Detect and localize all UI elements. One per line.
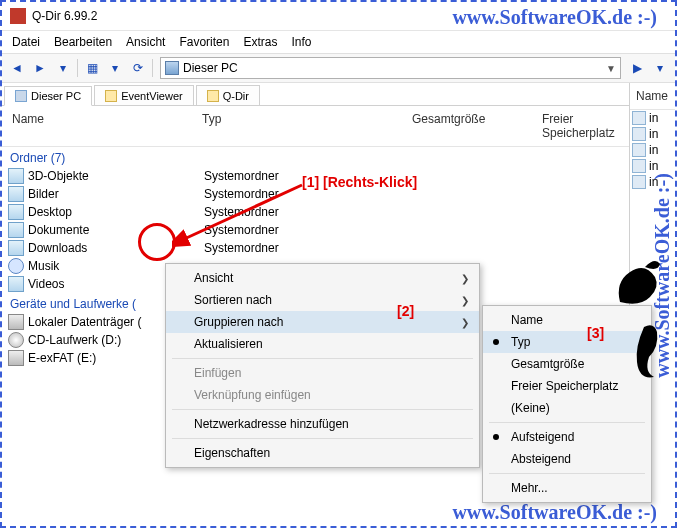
app-icon bbox=[10, 8, 26, 24]
ctx-gesamtgroesse[interactable]: Gesamtgröße bbox=[483, 353, 651, 375]
decorative-silhouette bbox=[629, 322, 669, 382]
ctx-keine[interactable]: (Keine) bbox=[483, 397, 651, 419]
file-icon bbox=[632, 159, 646, 173]
pc-icon bbox=[165, 61, 179, 75]
folder-icon bbox=[8, 186, 24, 202]
separator bbox=[489, 422, 645, 423]
item-label: in bbox=[649, 127, 658, 141]
ctx-label: Freier Speicherplatz bbox=[511, 379, 618, 393]
music-icon bbox=[8, 258, 24, 274]
ctx-sortieren[interactable]: Sortieren nach❯ bbox=[166, 289, 479, 311]
tab-eventviewer[interactable]: EventViewer bbox=[94, 85, 194, 105]
ctx-absteigend[interactable]: Absteigend bbox=[483, 448, 651, 470]
ctx-label: Verknüpfung einfügen bbox=[194, 388, 311, 402]
svg-line-0 bbox=[182, 185, 302, 240]
menubar: Datei Bearbeiten Ansicht Favoriten Extra… bbox=[2, 31, 675, 53]
address-dropdown-icon[interactable]: ▼ bbox=[606, 63, 616, 74]
tab-label: EventViewer bbox=[121, 90, 183, 102]
tab-label: Q-Dir bbox=[223, 90, 249, 102]
chevron-right-icon: ❯ bbox=[461, 295, 469, 306]
menu-extras[interactable]: Extras bbox=[243, 35, 277, 49]
ctx-label: Aktualisieren bbox=[194, 337, 263, 351]
ctx-einfuegen: Einfügen bbox=[166, 362, 479, 384]
menu-datei[interactable]: Datei bbox=[12, 35, 40, 49]
menu-bearbeiten[interactable]: Bearbeiten bbox=[54, 35, 112, 49]
list-item[interactable]: in bbox=[630, 126, 675, 142]
col-typ[interactable]: Typ bbox=[198, 110, 408, 142]
tab-strip: Dieser PC EventViewer Q-Dir bbox=[2, 83, 629, 106]
folder-icon bbox=[8, 276, 24, 292]
chevron-right-icon: ❯ bbox=[461, 317, 469, 328]
annotation-arrow bbox=[172, 180, 312, 260]
list-item[interactable]: DownloadsSystemordner bbox=[6, 239, 629, 257]
ctx-verknuepfung: Verknüpfung einfügen bbox=[166, 384, 479, 406]
menu-ansicht[interactable]: Ansicht bbox=[126, 35, 165, 49]
pc-icon bbox=[15, 90, 27, 102]
col-name-right[interactable]: Name bbox=[632, 87, 673, 105]
col-name[interactable]: Name bbox=[8, 110, 198, 142]
decorative-silhouette bbox=[610, 252, 665, 312]
ctx-mehr[interactable]: Mehr... bbox=[483, 477, 651, 499]
nav-history-button[interactable]: ▾ bbox=[52, 57, 74, 79]
column-headers-right: Name bbox=[630, 83, 675, 110]
tab-dieser-pc[interactable]: Dieser PC bbox=[4, 86, 92, 106]
folder-icon bbox=[8, 240, 24, 256]
ctx-gruppieren[interactable]: Gruppieren nach❯ bbox=[166, 311, 479, 333]
ctx-aufsteigend[interactable]: Aufsteigend bbox=[483, 426, 651, 448]
nav-forward-button[interactable]: ► bbox=[29, 57, 51, 79]
drive-icon bbox=[8, 314, 24, 330]
col-freierspeicher[interactable]: Freier Speicherplatz bbox=[538, 110, 623, 142]
folder-icon bbox=[8, 204, 24, 220]
file-icon bbox=[632, 111, 646, 125]
ctx-aktualisieren[interactable]: Aktualisieren bbox=[166, 333, 479, 355]
bullet-icon bbox=[493, 339, 499, 345]
list-item[interactable]: DokumenteSystemordner bbox=[6, 221, 629, 239]
view-grid-icon[interactable]: ▦ bbox=[81, 57, 103, 79]
file-icon bbox=[632, 175, 646, 189]
menu-favoriten[interactable]: Favoriten bbox=[179, 35, 229, 49]
item-label: in bbox=[649, 143, 658, 157]
annotation-circle bbox=[138, 223, 176, 261]
list-item[interactable]: in bbox=[630, 158, 675, 174]
ctx-netzwerkadresse[interactable]: Netzwerkadresse hinzufügen bbox=[166, 413, 479, 435]
ctx-label: Typ bbox=[511, 335, 530, 349]
options-button[interactable]: ▾ bbox=[649, 57, 671, 79]
address-bar[interactable]: Dieser PC ▼ bbox=[160, 57, 621, 79]
separator bbox=[172, 438, 473, 439]
menu-info[interactable]: Info bbox=[291, 35, 311, 49]
annotation-3: [3] bbox=[587, 325, 604, 341]
ctx-ansicht[interactable]: Ansicht❯ bbox=[166, 267, 479, 289]
column-headers: Name Typ Gesamtgröße Freier Speicherplat… bbox=[2, 106, 629, 147]
ctx-label: Eigenschaften bbox=[194, 446, 270, 460]
folder-icon bbox=[207, 90, 219, 102]
list-item[interactable]: DesktopSystemordner bbox=[6, 203, 629, 221]
list-item[interactable]: in bbox=[630, 142, 675, 158]
ctx-label: Mehr... bbox=[511, 481, 548, 495]
nav-back-button[interactable]: ◄ bbox=[6, 57, 28, 79]
ctx-name[interactable]: Name bbox=[483, 309, 651, 331]
separator bbox=[172, 358, 473, 359]
ctx-freierspeicher[interactable]: Freier Speicherplatz bbox=[483, 375, 651, 397]
ctx-label: Gruppieren nach bbox=[194, 315, 283, 329]
list-item[interactable]: in bbox=[630, 110, 675, 126]
tab-qdir[interactable]: Q-Dir bbox=[196, 85, 260, 105]
group-ordner: Ordner (7) bbox=[6, 147, 629, 167]
annotation-2: [2] bbox=[397, 303, 414, 319]
ctx-typ[interactable]: Typ bbox=[483, 331, 651, 353]
col-gesamtgroesse[interactable]: Gesamtgröße bbox=[408, 110, 538, 142]
chevron-right-icon: ❯ bbox=[461, 273, 469, 284]
view-options-icon[interactable]: ▾ bbox=[104, 57, 126, 79]
bullet-icon bbox=[493, 434, 499, 440]
ctx-label: Aufsteigend bbox=[511, 430, 574, 444]
go-button[interactable]: ▶ bbox=[626, 57, 648, 79]
ctx-label: Ansicht bbox=[194, 271, 233, 285]
refresh-icon[interactable]: ⟳ bbox=[127, 57, 149, 79]
context-menu: Ansicht❯ Sortieren nach❯ Gruppieren nach… bbox=[165, 263, 480, 468]
item-label: in bbox=[649, 111, 658, 125]
separator bbox=[77, 59, 78, 77]
annotation-1: [1] [Rechts-Klick] bbox=[302, 174, 417, 190]
ctx-eigenschaften[interactable]: Eigenschaften bbox=[166, 442, 479, 464]
item-label: in bbox=[649, 159, 658, 173]
ctx-label: (Keine) bbox=[511, 401, 550, 415]
context-submenu: Name Typ Gesamtgröße Freier Speicherplat… bbox=[482, 305, 652, 503]
